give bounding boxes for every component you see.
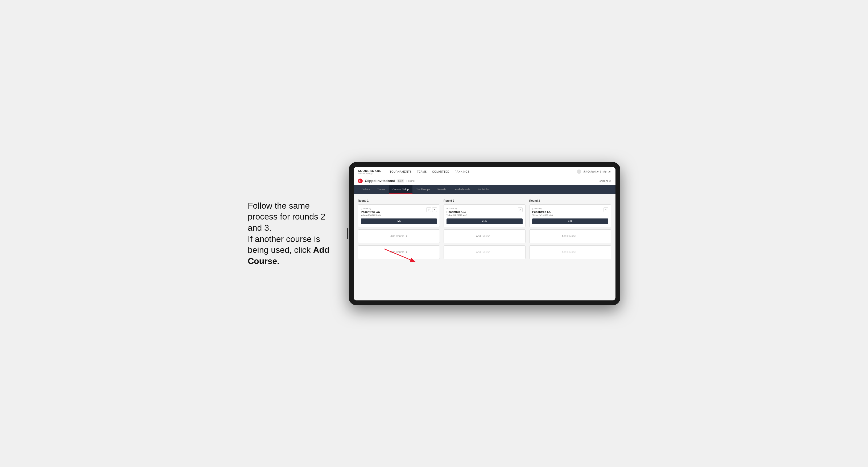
tab-printables[interactable]: Printables bbox=[474, 185, 493, 194]
round-1-delete-icon[interactable]: ✕ bbox=[432, 207, 437, 212]
round-1-card-header: (Course A) Peachtree GC Yellow (M) (6629… bbox=[361, 207, 437, 216]
round-3-course-info: (Course A) Peachtree GC Yellow (M) (6629… bbox=[532, 207, 553, 216]
tablet-screen: SCOREBOARD Powered by clippd TOURNAMENTS… bbox=[354, 167, 616, 301]
round-1-expand-icon[interactable]: ⤢ bbox=[426, 207, 431, 212]
round-3-card-actions: ✕ bbox=[603, 207, 608, 212]
top-nav-right: blair@clippd.io | Sign out bbox=[577, 169, 611, 174]
tab-results[interactable]: Results bbox=[434, 185, 450, 194]
tournament-badge: Men bbox=[397, 179, 404, 183]
round-3-card-header: (Course A) Peachtree GC Yellow (M) (6629… bbox=[532, 207, 608, 216]
round-1-add-course-card-1[interactable]: Add Course + bbox=[358, 229, 440, 243]
top-nav-links: TOURNAMENTS TEAMS COMMITTEE RANKINGS bbox=[390, 170, 571, 173]
round-3-edit-button[interactable]: Edit bbox=[532, 218, 608, 224]
round-1-add-course-card-2[interactable]: Add Course + bbox=[358, 245, 440, 259]
hosting-badge: Hosting bbox=[406, 180, 414, 182]
round-3-course-name: Peachtree GC bbox=[532, 210, 553, 213]
round-1-course-label: (Course A) bbox=[361, 207, 381, 210]
round-1-course-details: Yellow (M) (6629 yds) bbox=[361, 214, 381, 216]
instruction-panel: Follow the same process for rounds 2 and… bbox=[248, 200, 333, 267]
round-3-add-course-card-2[interactable]: Add Course + bbox=[529, 245, 611, 259]
separator: | bbox=[600, 170, 601, 173]
user-avatar bbox=[577, 169, 581, 174]
round-3-plus-icon-2: + bbox=[577, 250, 579, 254]
round-2-plus-icon-2: + bbox=[491, 250, 493, 254]
powered-by: Powered by clippd bbox=[358, 173, 381, 174]
tab-course-setup[interactable]: Course Setup bbox=[389, 185, 412, 194]
round-2-course-info: (Course A) Peachtree GC Yellow (M) (6629… bbox=[446, 207, 467, 216]
round-1-plus-icon-1: + bbox=[406, 235, 407, 238]
tabs-bar: Details Teams Course Setup Tee Groups Re… bbox=[354, 185, 616, 194]
sign-out-link[interactable]: Sign out bbox=[602, 170, 611, 173]
round-1-column: Round 1 (Course A) Peachtree GC Yellow (… bbox=[358, 199, 440, 261]
round-2-edit-button[interactable]: Edit bbox=[446, 218, 523, 224]
round-2-course-name: Peachtree GC bbox=[446, 210, 467, 213]
scoreboard-logo: SCOREBOARD Powered by clippd bbox=[358, 169, 381, 174]
round-2-add-course-card-1[interactable]: Add Course + bbox=[443, 229, 526, 243]
nav-rankings[interactable]: RANKINGS bbox=[455, 170, 469, 173]
round-1-card-actions: ⤢ ✕ bbox=[426, 207, 437, 212]
tournament-title: C Clippd Invitational Men Hosting bbox=[358, 179, 414, 183]
round-1-edit-button[interactable]: Edit bbox=[361, 218, 437, 224]
round-2-plus-icon-1: + bbox=[491, 235, 493, 238]
round-3-delete-icon[interactable]: ✕ bbox=[603, 207, 608, 212]
round-1-course-info: (Course A) Peachtree GC Yellow (M) (6629… bbox=[361, 207, 381, 216]
round-2-course-details: Yellow (M) (6629 yds) bbox=[446, 214, 467, 216]
tab-leaderboards[interactable]: Leaderboards bbox=[450, 185, 474, 194]
round-1-course-name: Peachtree GC bbox=[361, 210, 381, 213]
round-3-course-label: (Course A) bbox=[532, 207, 553, 210]
round-3-add-course-label-1: Add Course + bbox=[562, 235, 579, 238]
main-content: Round 1 (Course A) Peachtree GC Yellow (… bbox=[354, 194, 616, 301]
round-3-add-course-label-2: Add Course + bbox=[562, 250, 579, 254]
page-wrapper: Follow the same process for rounds 2 and… bbox=[248, 162, 620, 305]
round-1-add-course-label-1: Add Course + bbox=[390, 235, 407, 238]
nav-teams[interactable]: TEAMS bbox=[417, 170, 427, 173]
round-2-label: Round 2 bbox=[443, 199, 526, 202]
add-course-emphasis: Add Course. bbox=[248, 245, 330, 266]
round-2-course-card: (Course A) Peachtree GC Yellow (M) (6629… bbox=[443, 205, 526, 227]
top-nav: SCOREBOARD Powered by clippd TOURNAMENTS… bbox=[354, 167, 616, 177]
nav-committee[interactable]: COMMITTEE bbox=[432, 170, 450, 173]
round-3-label: Round 3 bbox=[529, 199, 611, 202]
tablet-side-button bbox=[347, 228, 348, 239]
round-3-course-details: Yellow (M) (6629 yds) bbox=[532, 214, 553, 216]
tab-tee-groups[interactable]: Tee Groups bbox=[412, 185, 434, 194]
round-3-column: Round 3 (Course A) Peachtree GC Yellow (… bbox=[529, 199, 611, 261]
cancel-x-icon: ✕ bbox=[609, 179, 611, 183]
round-3-add-course-card-1[interactable]: Add Course + bbox=[529, 229, 611, 243]
round-1-course-card: (Course A) Peachtree GC Yellow (M) (6629… bbox=[358, 205, 440, 227]
round-2-course-label: (Course A) bbox=[446, 207, 467, 210]
round-2-delete-icon[interactable]: ✕ bbox=[518, 207, 523, 212]
nav-tournaments[interactable]: TOURNAMENTS bbox=[390, 170, 412, 173]
round-1-label: Round 1 bbox=[358, 199, 440, 202]
tab-teams[interactable]: Teams bbox=[374, 185, 389, 194]
rounds-grid: Round 1 (Course A) Peachtree GC Yellow (… bbox=[358, 199, 611, 261]
round-2-add-course-label-1: Add Course + bbox=[476, 235, 493, 238]
instruction-text: Follow the same process for rounds 2 and… bbox=[248, 201, 330, 266]
tab-details[interactable]: Details bbox=[358, 185, 374, 194]
round-2-add-course-card-2[interactable]: Add Course + bbox=[443, 245, 526, 259]
round-2-card-header: (Course A) Peachtree GC Yellow (M) (6629… bbox=[446, 207, 523, 216]
round-2-column: Round 2 (Course A) Peachtree GC Yellow (… bbox=[443, 199, 526, 261]
logo-text: SCOREBOARD bbox=[358, 169, 381, 173]
round-2-add-course-label-2: Add Course + bbox=[476, 250, 493, 254]
c-logo: C bbox=[358, 179, 363, 183]
sub-header: C Clippd Invitational Men Hosting Cancel… bbox=[354, 177, 616, 185]
round-3-course-card: (Course A) Peachtree GC Yellow (M) (6629… bbox=[529, 205, 611, 227]
round-3-plus-icon-1: + bbox=[577, 235, 579, 238]
tournament-name: Clippd Invitational bbox=[365, 179, 395, 183]
round-1-plus-icon-2: + bbox=[406, 250, 407, 254]
tablet-device: SCOREBOARD Powered by clippd TOURNAMENTS… bbox=[349, 162, 620, 305]
round-1-add-course-label-2: Add Course + bbox=[390, 250, 407, 254]
round-2-card-actions: ✕ bbox=[518, 207, 523, 212]
user-email: blair@clippd.io bbox=[583, 170, 598, 173]
cancel-button[interactable]: Cancel ✕ bbox=[599, 179, 611, 183]
